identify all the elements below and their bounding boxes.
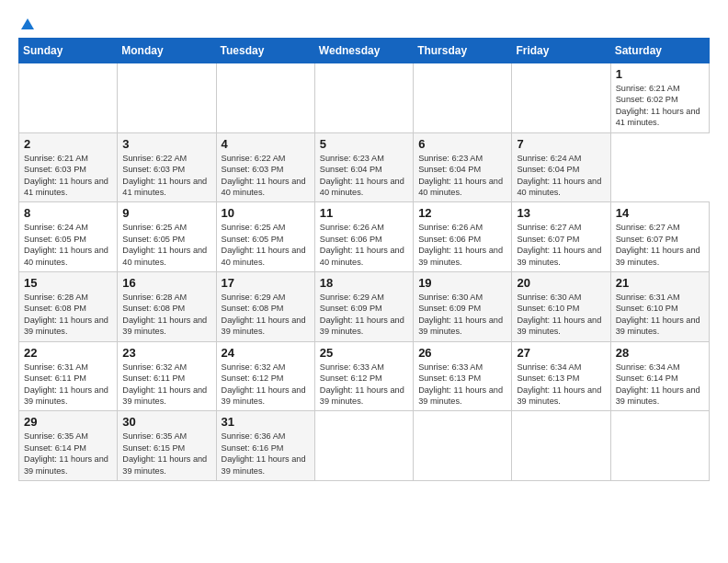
day-info: Sunrise: 6:26 AMSunset: 6:06 PMDaylight:…	[418, 223, 503, 266]
day-cell: 14Sunrise: 6:27 AMSunset: 6:07 PMDayligh…	[610, 202, 709, 272]
day-cell: 22Sunrise: 6:31 AMSunset: 6:11 PMDayligh…	[19, 341, 118, 411]
day-cell: 31Sunrise: 6:36 AMSunset: 6:16 PMDayligh…	[216, 411, 314, 481]
day-info: Sunrise: 6:23 AMSunset: 6:04 PMDaylight:…	[418, 154, 503, 197]
day-cell: 12Sunrise: 6:26 AMSunset: 6:06 PMDayligh…	[414, 202, 512, 272]
weekday-header: Sunday	[19, 39, 118, 63]
day-info: Sunrise: 6:24 AMSunset: 6:04 PMDaylight:…	[517, 154, 601, 197]
day-cell: 23Sunrise: 6:32 AMSunset: 6:11 PMDayligh…	[118, 341, 216, 411]
day-cell: 26Sunrise: 6:33 AMSunset: 6:13 PMDayligh…	[414, 341, 512, 411]
day-number: 12	[418, 206, 506, 220]
day-number: 15	[24, 276, 112, 290]
empty-cell	[118, 63, 216, 133]
day-info: Sunrise: 6:28 AMSunset: 6:08 PMDaylight:…	[24, 293, 108, 336]
day-cell: 17Sunrise: 6:29 AMSunset: 6:08 PMDayligh…	[216, 272, 314, 342]
weekday-header: Saturday	[610, 39, 709, 63]
day-cell: 28Sunrise: 6:34 AMSunset: 6:14 PMDayligh…	[610, 341, 709, 411]
day-cell: 16Sunrise: 6:28 AMSunset: 6:08 PMDayligh…	[118, 272, 216, 342]
day-number: 24	[222, 346, 310, 360]
day-number: 1	[616, 67, 704, 81]
empty-cell	[19, 63, 118, 133]
day-cell: 24Sunrise: 6:32 AMSunset: 6:12 PMDayligh…	[216, 341, 314, 411]
day-number: 14	[616, 206, 704, 220]
page: SundayMondayTuesdayWednesdayThursdayFrid…	[0, 0, 728, 563]
day-number: 23	[122, 346, 210, 360]
day-cell: 18Sunrise: 6:29 AMSunset: 6:09 PMDayligh…	[314, 272, 413, 342]
weekday-header: Wednesday	[314, 39, 413, 63]
day-number: 26	[418, 346, 506, 360]
day-cell: 13Sunrise: 6:27 AMSunset: 6:07 PMDayligh…	[512, 202, 610, 272]
day-number: 30	[122, 415, 210, 429]
day-info: Sunrise: 6:22 AMSunset: 6:03 PMDaylight:…	[222, 154, 306, 197]
day-info: Sunrise: 6:35 AMSunset: 6:14 PMDaylight:…	[24, 431, 108, 475]
day-info: Sunrise: 6:21 AMSunset: 6:02 PMDaylight:…	[616, 84, 700, 127]
day-number: 25	[320, 346, 408, 360]
day-number: 10	[222, 206, 310, 220]
day-cell: 10Sunrise: 6:25 AMSunset: 6:05 PMDayligh…	[216, 202, 314, 272]
empty-cell	[216, 63, 314, 133]
day-number: 4	[222, 137, 310, 151]
day-info: Sunrise: 6:29 AMSunset: 6:09 PMDaylight:…	[320, 293, 404, 336]
day-info: Sunrise: 6:35 AMSunset: 6:15 PMDaylight:…	[122, 431, 207, 475]
day-number: 13	[517, 206, 605, 220]
header	[18, 17, 710, 30]
day-cell: 29Sunrise: 6:35 AMSunset: 6:14 PMDayligh…	[19, 411, 118, 481]
day-info: Sunrise: 6:36 AMSunset: 6:16 PMDaylight:…	[222, 431, 306, 475]
day-cell: 20Sunrise: 6:30 AMSunset: 6:10 PMDayligh…	[512, 272, 610, 342]
day-cell: 9Sunrise: 6:25 AMSunset: 6:05 PMDaylight…	[118, 202, 216, 272]
day-info: Sunrise: 6:32 AMSunset: 6:12 PMDaylight:…	[222, 362, 306, 406]
day-info: Sunrise: 6:27 AMSunset: 6:07 PMDaylight:…	[616, 223, 700, 266]
day-cell: 6Sunrise: 6:23 AMSunset: 6:04 PMDaylight…	[414, 132, 512, 202]
day-number: 5	[320, 137, 408, 151]
empty-cell	[414, 411, 512, 481]
day-cell: 7Sunrise: 6:24 AMSunset: 6:04 PMDaylight…	[512, 132, 610, 202]
calendar-table: SundayMondayTuesdayWednesdayThursdayFrid…	[18, 38, 710, 481]
weekday-header: Monday	[118, 39, 216, 63]
day-cell: 4Sunrise: 6:22 AMSunset: 6:03 PMDaylight…	[216, 132, 314, 202]
day-info: Sunrise: 6:27 AMSunset: 6:07 PMDaylight:…	[517, 223, 601, 266]
day-number: 9	[122, 206, 210, 220]
weekday-header: Thursday	[414, 39, 512, 63]
day-cell: 15Sunrise: 6:28 AMSunset: 6:08 PMDayligh…	[19, 272, 118, 342]
day-number: 21	[616, 276, 704, 290]
day-number: 31	[222, 415, 310, 429]
logo-arrow-icon	[19, 17, 36, 33]
weekday-header: Tuesday	[216, 39, 314, 63]
day-info: Sunrise: 6:28 AMSunset: 6:08 PMDaylight:…	[122, 293, 207, 336]
day-number: 18	[320, 276, 408, 290]
day-info: Sunrise: 6:25 AMSunset: 6:05 PMDaylight:…	[122, 223, 207, 266]
empty-cell	[314, 63, 413, 133]
day-number: 27	[517, 346, 605, 360]
weekday-header: Friday	[512, 39, 610, 63]
day-info: Sunrise: 6:30 AMSunset: 6:10 PMDaylight:…	[517, 293, 601, 336]
day-number: 2	[24, 137, 112, 151]
empty-cell	[414, 63, 512, 133]
day-number: 6	[418, 137, 506, 151]
day-info: Sunrise: 6:34 AMSunset: 6:14 PMDaylight:…	[616, 362, 700, 406]
day-info: Sunrise: 6:31 AMSunset: 6:11 PMDaylight:…	[24, 362, 108, 406]
day-cell: 21Sunrise: 6:31 AMSunset: 6:10 PMDayligh…	[610, 272, 709, 342]
day-cell: 5Sunrise: 6:23 AMSunset: 6:04 PMDaylight…	[314, 132, 413, 202]
day-info: Sunrise: 6:26 AMSunset: 6:06 PMDaylight:…	[320, 223, 404, 266]
day-info: Sunrise: 6:33 AMSunset: 6:12 PMDaylight:…	[320, 362, 404, 406]
day-cell: 11Sunrise: 6:26 AMSunset: 6:06 PMDayligh…	[314, 202, 413, 272]
day-number: 11	[320, 206, 408, 220]
day-info: Sunrise: 6:23 AMSunset: 6:04 PMDaylight:…	[320, 154, 404, 197]
empty-cell	[512, 411, 610, 481]
day-info: Sunrise: 6:34 AMSunset: 6:13 PMDaylight:…	[517, 362, 601, 406]
day-cell: 19Sunrise: 6:30 AMSunset: 6:09 PMDayligh…	[414, 272, 512, 342]
day-number: 7	[517, 137, 605, 151]
empty-cell	[314, 411, 413, 481]
day-number: 17	[222, 276, 310, 290]
day-number: 16	[122, 276, 210, 290]
empty-cell	[610, 411, 709, 481]
day-info: Sunrise: 6:24 AMSunset: 6:05 PMDaylight:…	[24, 223, 108, 266]
day-number: 8	[24, 206, 112, 220]
day-number: 20	[517, 276, 605, 290]
day-info: Sunrise: 6:32 AMSunset: 6:11 PMDaylight:…	[122, 362, 207, 406]
day-number: 19	[418, 276, 506, 290]
day-number: 3	[122, 137, 210, 151]
day-number: 29	[24, 415, 112, 429]
day-info: Sunrise: 6:21 AMSunset: 6:03 PMDaylight:…	[24, 154, 108, 197]
day-cell: 3Sunrise: 6:22 AMSunset: 6:03 PMDaylight…	[118, 132, 216, 202]
empty-cell	[512, 63, 610, 133]
